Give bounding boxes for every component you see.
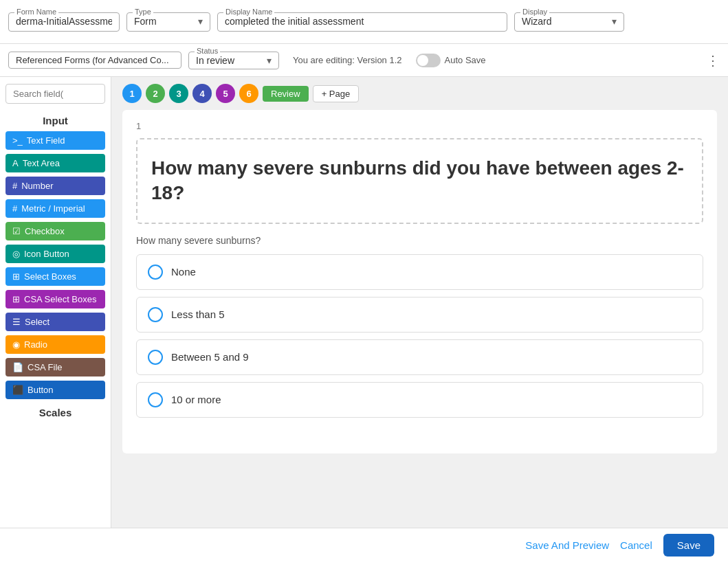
sidebar-btn-label-number: Number bbox=[21, 181, 53, 191]
sidebar-btn-label-icon-button: Icon Button bbox=[24, 249, 69, 259]
sidebar-btn-metric-imperial[interactable]: # Metric / Imperial bbox=[5, 199, 105, 218]
radio-option-less-than-5[interactable]: Less than 5 bbox=[136, 297, 703, 333]
page-tab-4[interactable]: 4 bbox=[192, 84, 212, 103]
save-button[interactable]: Save bbox=[663, 534, 714, 557]
radio-circle-less-than-5 bbox=[148, 307, 163, 322]
question-block: How many severe sunburns did you have be… bbox=[136, 138, 703, 224]
content-area: 1 2 3 4 5 6 Review + Page 1 How many sev… bbox=[111, 77, 728, 528]
auto-save-group: Auto Save bbox=[416, 54, 486, 67]
sidebar-btn-label-radio: Radio bbox=[24, 339, 47, 350]
sidebar-btn-label-checkbox: Checkbox bbox=[25, 226, 65, 236]
sidebar-btn-button[interactable]: ⬛ Button bbox=[5, 381, 105, 399]
save-and-preview-button[interactable]: Save And Preview bbox=[525, 539, 609, 551]
scales-section-title: Scales bbox=[0, 401, 111, 421]
sidebar-btn-label-select: Select bbox=[25, 317, 49, 327]
metric-icon: # bbox=[12, 203, 17, 214]
page-tab-1[interactable]: 1 bbox=[122, 84, 142, 103]
more-options-button[interactable]: ⋮ bbox=[706, 52, 720, 69]
add-page-button[interactable]: + Page bbox=[313, 85, 360, 102]
type-label: Type bbox=[133, 8, 153, 16]
form-name-label: Form Name bbox=[14, 8, 58, 16]
text-field-icon: >_ bbox=[12, 135, 23, 146]
icon-button-icon: ◎ bbox=[12, 249, 20, 259]
sidebar: Input >_ Text Field A Text Area # Number… bbox=[0, 77, 111, 528]
sidebar-btn-csa-file[interactable]: 📄 CSA File bbox=[5, 358, 105, 376]
radio-circle-none bbox=[148, 265, 163, 280]
sidebar-btn-label-text-field: Text Field bbox=[27, 135, 65, 146]
sidebar-btn-checkbox[interactable]: ☑ Checkbox bbox=[5, 222, 105, 240]
display-group: Display Wizard bbox=[514, 12, 624, 32]
sidebar-btn-icon-button[interactable]: ◎ Icon Button bbox=[5, 245, 105, 263]
radio-text-between-5-and-9: Between 5 and 9 bbox=[171, 351, 249, 363]
radio-option-none[interactable]: None bbox=[136, 254, 703, 290]
sidebar-btn-label-select-boxes: Select Boxes bbox=[24, 271, 76, 282]
sidebar-btn-radio[interactable]: ◉ Radio bbox=[5, 335, 105, 354]
sidebar-btn-number[interactable]: # Number bbox=[5, 177, 105, 195]
display-name-group: Display Name bbox=[217, 12, 507, 32]
answer-section-label: How many severe sunburns? bbox=[136, 235, 703, 246]
sidebar-btn-select[interactable]: ☰ Select bbox=[5, 313, 105, 331]
form-name-input[interactable] bbox=[16, 16, 112, 27]
ref-forms-group bbox=[8, 52, 181, 69]
second-bar: Status In review You are editing: Versio… bbox=[0, 44, 728, 77]
version-text: You are editing: Version 1.2 bbox=[293, 55, 402, 65]
sidebar-btn-text-field[interactable]: >_ Text Field bbox=[5, 131, 105, 150]
form-page: 1 How many severe sunburns did you have … bbox=[122, 110, 717, 453]
bottom-bar: Save And Preview Cancel Save bbox=[0, 528, 728, 562]
form-name-group: Form Name bbox=[8, 12, 120, 32]
display-name-input[interactable] bbox=[225, 16, 500, 27]
display-select[interactable]: Wizard bbox=[522, 16, 604, 27]
radio-option-between-5-and-9[interactable]: Between 5 and 9 bbox=[136, 339, 703, 375]
page-tab-2[interactable]: 2 bbox=[146, 84, 165, 103]
main-layout: Input >_ Text Field A Text Area # Number… bbox=[0, 77, 728, 528]
answer-block: How many severe sunburns? None Less than… bbox=[136, 235, 703, 418]
type-select[interactable]: Form bbox=[134, 16, 203, 27]
page-tabs-bar: 1 2 3 4 5 6 Review + Page bbox=[111, 77, 728, 110]
select-icon: ☰ bbox=[12, 317, 21, 327]
sidebar-btn-select-boxes[interactable]: ⊞ Select Boxes bbox=[5, 267, 105, 286]
type-group: Type Form bbox=[126, 12, 210, 32]
select-boxes-icon: ⊞ bbox=[12, 271, 20, 282]
sidebar-btn-label-csa-select-boxes: CSA Select Boxes bbox=[24, 294, 97, 304]
status-select[interactable]: In review bbox=[196, 55, 272, 66]
page-tab-5[interactable]: 5 bbox=[216, 84, 235, 103]
page-tab-6[interactable]: 6 bbox=[239, 84, 258, 103]
number-icon: # bbox=[12, 181, 17, 191]
top-bar: Form Name Type Form Display Name Display… bbox=[0, 0, 728, 44]
display-name-label: Display Name bbox=[223, 8, 274, 16]
display-label: Display bbox=[520, 8, 549, 16]
status-label: Status bbox=[195, 47, 220, 55]
status-group: Status In review bbox=[188, 52, 279, 69]
sidebar-btn-label-button: Button bbox=[27, 385, 54, 395]
search-input[interactable] bbox=[5, 84, 105, 104]
review-tab-button[interactable]: Review bbox=[263, 86, 309, 102]
radio-icon: ◉ bbox=[12, 339, 20, 350]
sidebar-btn-label-csa-file: CSA File bbox=[27, 362, 63, 372]
csa-file-icon: 📄 bbox=[12, 362, 23, 372]
form-canvas: 1 How many severe sunburns did you have … bbox=[111, 110, 728, 528]
radio-text-10-or-more: 10 or more bbox=[171, 394, 221, 405]
auto-save-toggle[interactable] bbox=[416, 54, 441, 67]
auto-save-label: Auto Save bbox=[445, 55, 486, 65]
sidebar-btn-csa-select-boxes[interactable]: ⊞ CSA Select Boxes bbox=[5, 290, 105, 308]
text-area-icon: A bbox=[12, 158, 19, 168]
radio-circle-between-5-and-9 bbox=[148, 350, 163, 365]
sidebar-btn-label-metric: Metric / Imperial bbox=[21, 203, 85, 214]
question-title: How many severe sunburns did you have be… bbox=[151, 156, 688, 206]
radio-circle-10-or-more bbox=[148, 392, 163, 407]
radio-text-none: None bbox=[171, 266, 196, 278]
radio-option-10-or-more[interactable]: 10 or more bbox=[136, 382, 703, 418]
checkbox-icon: ☑ bbox=[12, 226, 21, 236]
page-tab-3[interactable]: 3 bbox=[169, 84, 188, 103]
radio-text-less-than-5: Less than 5 bbox=[171, 308, 225, 320]
sidebar-btn-text-area[interactable]: A Text Area bbox=[5, 154, 105, 172]
page-number-label: 1 bbox=[136, 121, 703, 131]
ref-forms-input[interactable] bbox=[16, 55, 174, 65]
cancel-button[interactable]: Cancel bbox=[620, 539, 652, 551]
csa-select-boxes-icon: ⊞ bbox=[12, 294, 20, 304]
input-section-title: Input bbox=[0, 111, 111, 129]
button-icon: ⬛ bbox=[12, 385, 23, 395]
sidebar-btn-label-text-area: Text Area bbox=[23, 158, 60, 168]
